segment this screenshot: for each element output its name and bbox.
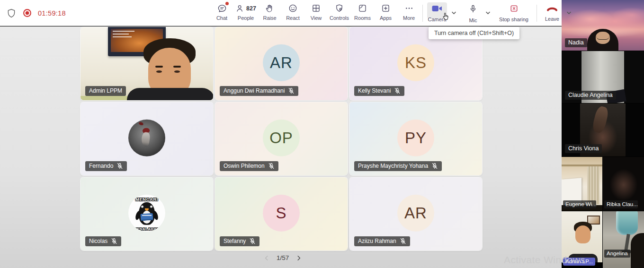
- people-button[interactable]: 827 People: [233, 2, 258, 21]
- toolbar-center-group: Chat 827 People Raise React: [210, 2, 420, 21]
- grid-view-icon: [311, 2, 321, 14]
- apps-plus-icon: [381, 2, 391, 14]
- stop-sharing-button[interactable]: Stop sharing: [495, 0, 533, 26]
- react-button[interactable]: React: [281, 2, 304, 21]
- name-tag: Aziizu Rahman: [354, 236, 410, 246]
- meeting-toolbar: 01:59:18 Chat 827 People: [0, 0, 562, 26]
- chat-button[interactable]: Chat: [210, 2, 233, 21]
- mouse-cursor-icon: [441, 10, 450, 22]
- avatar: AR: [397, 194, 434, 231]
- view-button[interactable]: View: [304, 2, 328, 21]
- toolbar-device-group: Camera Mic Stop sharing: [422, 0, 574, 26]
- smiley-icon: [288, 2, 298, 14]
- name-tag: Chris Viona: [565, 144, 602, 153]
- participant-tile-prayshe[interactable]: PY Prayshe Maychristy Yohana: [349, 102, 482, 175]
- mic-muted-icon: [288, 87, 295, 94]
- chat-icon: [217, 2, 227, 14]
- filmstrip-tile-claudie[interactable]: Claudie Angelina: [562, 51, 644, 103]
- camera-button[interactable]: Camera: [426, 0, 448, 26]
- participant-grid: Admin LPPM AR Anggun Dwi Ramadhani KS Ke…: [80, 27, 482, 251]
- leave-call-icon: [546, 4, 558, 15]
- mic-muted-icon: [394, 87, 401, 94]
- filmstrip-tile-angelina[interactable]: Angelina: [603, 211, 644, 268]
- recording-indicator-icon: [23, 9, 32, 17]
- name-tag: Prayshe Maychristy Yohana: [354, 161, 442, 171]
- controls-button[interactable]: Controls: [328, 2, 351, 21]
- meeting-timer: 01:59:18: [38, 9, 66, 17]
- camera-tooltip: Turn camera off (Ctrl+Shift+O): [429, 27, 519, 39]
- filmstrip-tile-nadia[interactable]: Nadia: [562, 0, 644, 51]
- rooms-button[interactable]: Rooms: [351, 2, 374, 21]
- shield-icon: [6, 8, 17, 18]
- participant-tile-stefanny[interactable]: S Stefanny: [215, 177, 348, 251]
- participant-tile-oswin[interactable]: OP Oswin Philemon: [215, 102, 348, 175]
- meeting-stage: Admin LPPM AR Anggun Dwi Ramadhani KS Ke…: [0, 26, 562, 268]
- avatar: AR: [263, 44, 300, 81]
- mic-muted-icon: [268, 163, 275, 169]
- name-tag: Nicolas: [85, 236, 121, 246]
- stop-sharing-icon: [509, 4, 519, 15]
- meme-text-bottom: KESALAHAN: [128, 226, 165, 231]
- chat-notification-badge: [225, 2, 229, 5]
- participant-tile-admin-lppm[interactable]: Admin LPPM: [80, 27, 213, 100]
- ellipsis-icon: [404, 2, 414, 14]
- toolbar-divider: [537, 5, 537, 22]
- mic-options-chevron[interactable]: [483, 0, 493, 26]
- previous-page-button[interactable]: [263, 255, 270, 261]
- name-tag: Kelly Stevani: [354, 86, 404, 96]
- participant-tile-nicolas[interactable]: MENCARI KESALAHAN Nicolas: [80, 177, 213, 251]
- participant-tile-anggun[interactable]: AR Anggun Dwi Ramadhani: [215, 27, 348, 100]
- meme-text-top: MENCARI: [128, 196, 165, 201]
- people-icon: 827: [235, 2, 256, 14]
- participant-tile-fernando[interactable]: Fernando: [80, 102, 213, 175]
- mic-muted-icon: [400, 238, 406, 244]
- avatar: KS: [397, 44, 434, 81]
- participant-count: 827: [246, 5, 256, 12]
- leave-button[interactable]: Leave: [541, 0, 564, 26]
- name-tag: Eugene Wi...: [563, 200, 596, 208]
- name-tag-self: Admin LP...: [563, 258, 595, 266]
- raised-hand-icon: [265, 2, 275, 14]
- leave-options-chevron[interactable]: [564, 0, 574, 26]
- participant-tile-aziizu[interactable]: AR Aziizu Rahman: [349, 177, 482, 251]
- water-dispenser: [616, 211, 638, 235]
- more-button[interactable]: More: [397, 2, 420, 21]
- filmstrip-tile-ribka[interactable]: Ribka Clau...: [603, 157, 644, 211]
- page-indicator: 1/57: [277, 254, 289, 261]
- mic-muted-icon: [431, 163, 438, 169]
- mic-icon: [468, 3, 478, 16]
- name-tag: Anggun Dwi Ramadhani: [220, 86, 298, 96]
- filmstrip-tile-eugene[interactable]: Eugene Wi...: [562, 157, 602, 211]
- meeting-status-area: 01:59:18: [6, 0, 66, 26]
- name-tag: Angelina: [604, 250, 630, 258]
- filmstrip-tile-chris[interactable]: Chris Viona: [562, 104, 644, 156]
- name-tag: Claudie Angelina: [565, 91, 616, 100]
- avatar: OP: [263, 119, 300, 156]
- next-page-button[interactable]: [295, 255, 302, 261]
- avatar-photo: MENCARI KESALAHAN: [128, 194, 165, 231]
- mic-muted-icon: [249, 238, 256, 244]
- name-tag: Oswin Philemon: [220, 161, 278, 171]
- avatar: S: [263, 194, 300, 231]
- toolbar-divider: [422, 5, 423, 22]
- name-tag: Nadia: [565, 38, 587, 47]
- mic-muted-icon: [116, 163, 123, 169]
- avatar-photo: [128, 119, 165, 156]
- participant-filmstrip: Nadia Claudie Angelina Chris Viona Eugen…: [562, 0, 644, 268]
- avatar: PY: [397, 119, 434, 156]
- name-tag: Ribka Clau...: [604, 200, 638, 208]
- apps-button[interactable]: Apps: [374, 2, 397, 21]
- grid-pagination: 1/57: [263, 254, 302, 261]
- name-tag: Admin LPPM: [85, 86, 126, 96]
- mic-button[interactable]: Mic: [464, 0, 483, 26]
- teams-meeting-window: 01:59:18 Chat 827 People: [0, 0, 644, 268]
- shield-gear-icon: [334, 2, 344, 14]
- name-tag: Stefanny: [220, 236, 259, 246]
- rooms-icon: [358, 2, 367, 14]
- name-tag: Fernando: [85, 161, 127, 171]
- raise-hand-button[interactable]: Raise: [258, 2, 281, 21]
- mic-muted-icon: [111, 238, 117, 244]
- filmstrip-tile-admin-self-view[interactable]: Admin LP...: [562, 211, 602, 268]
